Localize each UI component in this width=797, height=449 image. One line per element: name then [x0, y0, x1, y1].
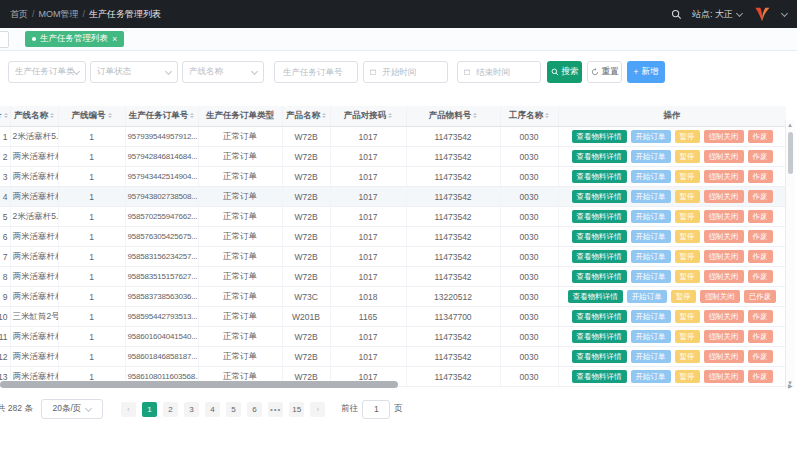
horizontal-scrollbar[interactable] [0, 381, 786, 388]
page-button-5[interactable]: 5 [226, 402, 241, 417]
column-header-col1[interactable]: 产线名称 [10, 106, 58, 127]
void-button[interactable]: 已作废 [744, 290, 777, 303]
void-button[interactable]: 作废 [748, 190, 773, 203]
page-button-3[interactable]: 3 [184, 402, 199, 417]
force-close-button[interactable]: 强制关闭 [704, 190, 744, 203]
force-close-button[interactable]: 强制关闭 [700, 290, 740, 303]
page-button-15[interactable]: 15 [289, 402, 304, 417]
start-order-button[interactable]: 开始订单 [631, 250, 671, 263]
column-header-col3[interactable]: 生产任务订单号 [125, 106, 198, 127]
start-order-button[interactable]: 开始订单 [631, 270, 671, 283]
search-icon[interactable] [671, 9, 682, 20]
void-button[interactable]: 作废 [748, 310, 773, 323]
column-header-actions[interactable]: 操作 [558, 106, 786, 127]
force-close-button[interactable]: 强制关闭 [704, 310, 744, 323]
pause-button[interactable]: 暂停 [675, 270, 700, 283]
start-order-button[interactable]: 开始订单 [631, 130, 671, 143]
goto-page-input[interactable] [362, 400, 390, 419]
view-material-button[interactable]: 查看物料详情 [568, 290, 623, 303]
force-close-button[interactable]: 强制关闭 [704, 230, 744, 243]
start-order-button[interactable]: 开始订单 [631, 210, 671, 223]
tab-close-icon[interactable]: × [112, 35, 117, 44]
pause-button[interactable]: 暂停 [675, 330, 700, 343]
force-close-button[interactable]: 强制关闭 [704, 270, 744, 283]
view-material-button[interactable]: 查看物料详情 [572, 330, 627, 343]
column-header-col8[interactable]: 工序名称 [500, 106, 558, 127]
sort-caret-icon[interactable] [322, 111, 326, 120]
force-close-button[interactable]: 强制关闭 [704, 250, 744, 263]
view-material-button[interactable]: 查看物料详情 [572, 230, 627, 243]
page-size-select[interactable]: 20条/页 [41, 399, 103, 419]
start-order-button[interactable]: 开始订单 [631, 150, 671, 163]
pause-button[interactable]: 暂停 [675, 130, 700, 143]
vertical-scroll-thumb[interactable] [788, 132, 793, 174]
void-button[interactable]: 作废 [748, 270, 773, 283]
void-button[interactable]: 作废 [748, 250, 773, 263]
pause-button[interactable]: 暂停 [675, 150, 700, 163]
page-ellipsis[interactable]: ••• [268, 402, 283, 417]
order-no-field[interactable] [274, 61, 358, 83]
pause-button[interactable]: 暂停 [675, 250, 700, 263]
view-material-button[interactable]: 查看物料详情 [572, 310, 627, 323]
pause-button[interactable]: 暂停 [675, 310, 700, 323]
prev-page-button[interactable]: ‹ [121, 402, 136, 417]
page-button-1[interactable]: 1 [142, 402, 157, 417]
pause-button[interactable]: 暂停 [671, 290, 696, 303]
view-material-button[interactable]: 查看物料详情 [572, 130, 627, 143]
scroll-up-icon[interactable]: ▲ [787, 122, 793, 128]
sort-caret-icon[interactable] [190, 111, 194, 120]
pause-button[interactable]: 暂停 [675, 170, 700, 183]
next-page-button[interactable]: › [310, 402, 325, 417]
vertical-scrollbar[interactable]: ▲ ▼ [785, 120, 795, 388]
force-close-button[interactable]: 强制关闭 [704, 350, 744, 363]
start-order-button[interactable]: 开始订单 [631, 170, 671, 183]
tab-partial[interactable] [0, 31, 9, 48]
void-button[interactable]: 作废 [748, 350, 773, 363]
column-header-col7[interactable]: 产品物料号 [406, 106, 500, 127]
pause-button[interactable]: 暂停 [675, 350, 700, 363]
search-button[interactable]: 搜索 [547, 61, 582, 83]
force-close-button[interactable]: 强制关闭 [704, 130, 744, 143]
start-date-input[interactable] [380, 66, 441, 78]
add-button[interactable]: + 新增 [627, 61, 665, 83]
start-order-button[interactable]: 开始订单 [631, 330, 671, 343]
start-order-button[interactable]: 开始订单 [631, 350, 671, 363]
page-button-4[interactable]: 4 [205, 402, 220, 417]
sort-caret-icon[interactable] [388, 111, 392, 120]
pause-button[interactable]: 暂停 [675, 230, 700, 243]
view-material-button[interactable]: 查看物料详情 [572, 210, 627, 223]
reset-button[interactable]: 重置 [587, 61, 622, 83]
force-close-button[interactable]: 强制关闭 [704, 210, 744, 223]
page-button-2[interactable]: 2 [163, 402, 178, 417]
view-material-button[interactable]: 查看物料详情 [572, 270, 627, 283]
order-type-select[interactable]: 生产任务订单类型 [8, 61, 86, 83]
void-button[interactable]: 作废 [748, 330, 773, 343]
end-date-input[interactable] [474, 66, 534, 78]
tab-production-task-list[interactable]: 生产任务管理列表 × [25, 31, 124, 47]
column-header-col2[interactable]: 产线编号 [58, 106, 125, 127]
force-close-button[interactable]: 强制关闭 [704, 170, 744, 183]
sort-caret-icon[interactable] [545, 111, 549, 120]
scroll-right-icon[interactable]: ▶ [788, 382, 793, 389]
view-material-button[interactable]: 查看物料详情 [572, 250, 627, 263]
start-date-field[interactable] [363, 61, 448, 83]
sort-caret-icon[interactable] [473, 111, 477, 120]
sort-caret-icon[interactable] [108, 111, 112, 120]
column-header-col5[interactable]: 产品名称 [282, 106, 330, 127]
view-material-button[interactable]: 查看物料详情 [572, 150, 627, 163]
line-name-select[interactable]: 产线名称 [182, 61, 264, 83]
void-button[interactable]: 作废 [748, 170, 773, 183]
void-button[interactable]: 作废 [748, 230, 773, 243]
breadcrumb-item[interactable]: 生产任务管理列表 [89, 8, 161, 21]
order-status-select[interactable]: 订单状态 [90, 61, 178, 83]
start-order-button[interactable]: 开始订单 [627, 290, 667, 303]
column-header-col6[interactable]: 产品对接码 [330, 106, 406, 127]
start-order-button[interactable]: 开始订单 [631, 230, 671, 243]
breadcrumb-item[interactable]: 首页 [10, 8, 28, 21]
user-menu-caret-icon[interactable] [781, 9, 788, 16]
force-close-button[interactable]: 强制关闭 [704, 150, 744, 163]
void-button[interactable]: 作废 [748, 150, 773, 163]
end-date-field[interactable] [457, 61, 541, 83]
void-button[interactable]: 作废 [748, 210, 773, 223]
site-selector[interactable]: 站点: 大正 [692, 8, 742, 21]
